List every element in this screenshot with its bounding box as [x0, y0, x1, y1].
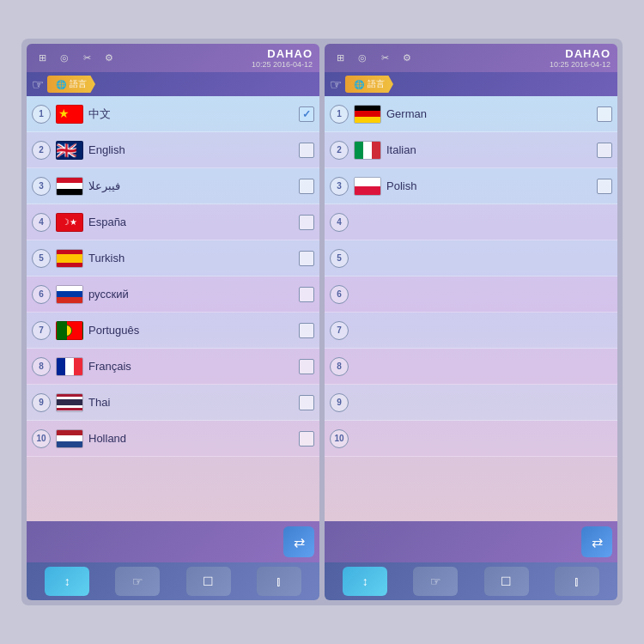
right-row-num-4: 4 — [330, 213, 349, 232]
right-footer: ⇄ — [325, 521, 617, 562]
lang-row-10[interactable]: 10 Holland — [27, 421, 319, 457]
icon-3: ✂ — [78, 50, 95, 67]
right-nav-arrow[interactable]: 🌐 語言 — [345, 76, 393, 93]
flag-poland — [354, 177, 381, 196]
right-row-num-5: 5 — [330, 249, 349, 268]
checkbox-thai[interactable] — [299, 395, 314, 410]
lang-name-espana: España — [88, 216, 299, 228]
left-nav-bar: ☞ 🌐 語言 — [27, 72, 319, 96]
lang-row-5[interactable]: 5 Turkish — [27, 240, 319, 276]
row-num-3: 3 — [32, 177, 51, 196]
checkbox-french[interactable] — [299, 359, 314, 374]
checkbox-arabic[interactable] — [299, 179, 314, 194]
lang-row-4[interactable]: 4 ☽★ España — [27, 204, 319, 240]
right-empty-9: 9 — [325, 385, 617, 421]
left-footer-btn[interactable]: ⇄ — [283, 526, 314, 557]
right-row-num-8: 8 — [330, 357, 349, 376]
row-num-9: 9 — [32, 393, 51, 412]
right-nav-hand[interactable]: ☞ — [330, 76, 342, 93]
left-btn-arrows[interactable]: ↕ — [45, 567, 89, 596]
checkbox-chinese[interactable] — [299, 106, 314, 122]
lang-name-german: German — [386, 107, 597, 120]
right-icon-1: ⊞ — [331, 50, 349, 67]
checkbox-portuguese[interactable] — [299, 323, 314, 338]
right-btn-rect[interactable]: ☐ — [484, 567, 529, 596]
checkbox-espana[interactable] — [299, 215, 314, 230]
right-empty-7: 7 — [325, 313, 617, 349]
left-panel: ⊞ ◎ ✂ ⚙ DAHAO 10:25 2016-04-12 ☞ 🌐 語言 1 — [27, 44, 319, 600]
right-empty-10: 10 — [325, 421, 617, 457]
checkbox-russian[interactable] — [299, 287, 314, 302]
row-num-6: 6 — [32, 285, 51, 304]
right-btn-rect-icon: ☐ — [501, 574, 512, 588]
right-row-num-2: 2 — [330, 141, 349, 160]
icon-1: ⊞ — [33, 50, 51, 67]
lang-name-portuguese: Português — [88, 324, 299, 337]
right-row-num-1: 1 — [330, 105, 349, 124]
lang-row-1[interactable]: 1 中文 — [27, 96, 319, 132]
checkbox-english[interactable] — [299, 143, 314, 158]
lang-name-english: English — [88, 143, 299, 156]
right-btn-sliders[interactable]: ⫿ — [555, 567, 599, 596]
row-num-8: 8 — [32, 357, 51, 376]
checkbox-polish[interactable] — [597, 179, 612, 194]
right-footer-btn[interactable]: ⇄ — [581, 526, 612, 557]
flag-italy — [354, 141, 381, 160]
right-lang-row-1[interactable]: 1 German — [325, 96, 617, 132]
row-num-4: 4 — [32, 213, 51, 232]
right-icon-4: ⚙ — [398, 50, 416, 67]
row-num-7: 7 — [32, 321, 51, 340]
checkbox-italian[interactable] — [597, 143, 612, 158]
flag-syria — [56, 177, 83, 196]
lang-row-9[interactable]: 9 Thai — [27, 385, 319, 421]
right-btn-hand[interactable]: ☞ — [413, 567, 458, 596]
right-lang-row-3[interactable]: 3 Polish — [325, 168, 617, 204]
right-language-list: 1 German 2 — [325, 96, 617, 521]
lang-row-6[interactable]: 6 русский — [27, 276, 319, 313]
left-nav-flag-icon: 🌐 — [56, 80, 66, 89]
right-empty-5: 5 — [325, 240, 617, 276]
left-nav-hand[interactable]: ☞ — [32, 76, 44, 93]
icon-2: ◎ — [56, 50, 73, 67]
left-btn-hand[interactable]: ☞ — [115, 567, 160, 596]
lang-row-8[interactable]: 8 Français — [27, 349, 319, 385]
left-btn-rect[interactable]: ☐ — [186, 567, 231, 596]
flag-spain — [56, 249, 83, 268]
lang-name-russian: русский — [88, 288, 299, 301]
lang-row-7[interactable]: 7 Português — [27, 313, 319, 349]
checkbox-turkish[interactable] — [299, 251, 314, 266]
left-datetime: 10:25 2016-04-12 — [252, 60, 313, 69]
flag-france — [56, 357, 83, 376]
left-btn-sliders[interactable]: ⫿ — [257, 567, 301, 596]
lang-row-3[interactable]: 3 فيبرعلا — [27, 168, 319, 204]
right-row-num-10: 10 — [330, 429, 349, 448]
left-brand: DAHAO — [252, 47, 313, 60]
lang-row-2[interactable]: 2 English — [27, 132, 319, 168]
right-empty-8: 8 — [325, 349, 617, 385]
flag-netherlands — [56, 429, 83, 448]
lang-name-italian: Italian — [386, 143, 597, 156]
row-num-2: 2 — [32, 141, 51, 160]
checkbox-german[interactable] — [597, 106, 612, 122]
row-num-1: 1 — [32, 105, 51, 124]
right-btn-arrows[interactable]: ↕ — [343, 567, 387, 596]
right-row-num-9: 9 — [330, 393, 349, 412]
left-brand-block: DAHAO 10:25 2016-04-12 — [252, 47, 313, 69]
right-datetime: 10:25 2016-04-12 — [550, 60, 611, 69]
lang-name-polish: Polish — [386, 179, 597, 192]
right-bottom-bar: ↕ ☞ ☐ ⫿ — [325, 562, 617, 600]
flag-china — [56, 105, 83, 124]
flag-thailand — [56, 393, 83, 412]
left-btn-rect-icon: ☐ — [203, 574, 214, 588]
row-num-10: 10 — [32, 429, 51, 448]
right-empty-6: 6 — [325, 276, 617, 313]
left-btn-sliders-icon: ⫿ — [276, 574, 282, 588]
checkbox-holland[interactable] — [299, 431, 314, 447]
right-btn-arrows-icon: ↕ — [362, 574, 368, 588]
left-btn-hand-icon: ☞ — [132, 574, 143, 588]
lang-name-thai: Thai — [88, 396, 299, 409]
right-lang-row-2[interactable]: 2 Italian — [325, 132, 617, 168]
flag-germany — [354, 105, 381, 124]
left-nav-arrow[interactable]: 🌐 語言 — [47, 76, 95, 93]
right-btn-hand-icon: ☞ — [430, 574, 441, 588]
